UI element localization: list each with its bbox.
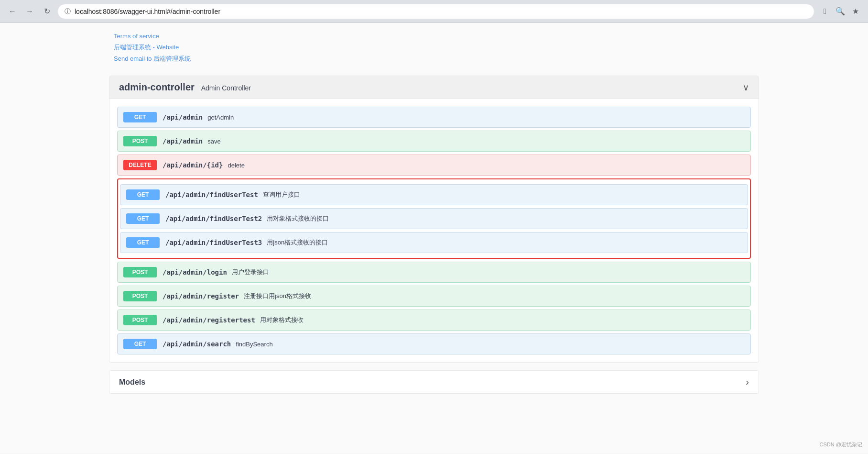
models-section: Models ›: [109, 370, 759, 394]
endpoint-path: /api/admin/findUserTest: [165, 191, 258, 199]
address-bar[interactable]: ⓘ localhost:8086/swagger-ui.html#/admin-…: [57, 4, 814, 19]
method-badge-get: GET: [123, 112, 157, 122]
endpoints-list: GET /api/admin getAdmin POST /api/admin …: [109, 99, 759, 362]
endpoint-desc: 注册接口用json格式接收: [244, 292, 311, 300]
method-badge-post: POST: [123, 267, 157, 277]
models-header[interactable]: Models ›: [109, 371, 759, 393]
controller-title-group: admin-controller Admin Controller: [119, 82, 251, 93]
endpoint-row[interactable]: GET /api/admin/findUserTest3 用json格式接收的接…: [120, 232, 748, 253]
browser-chrome: ← → ↻ ⓘ localhost:8086/swagger-ui.html#/…: [0, 0, 868, 23]
endpoint-path: /api/admin/search: [163, 340, 231, 348]
collapse-icon[interactable]: ∨: [743, 82, 749, 93]
endpoint-row[interactable]: GET /api/admin/search findBySearch: [117, 333, 751, 354]
endpoint-path: /api/admin/login: [163, 268, 227, 276]
method-badge-delete: DELETE: [123, 160, 157, 170]
endpoint-desc: save: [207, 138, 220, 145]
method-badge-get: GET: [126, 237, 160, 248]
endpoint-path: /api/admin/findUserTest3: [165, 239, 262, 246]
controller-header[interactable]: admin-controller Admin Controller ∨: [109, 76, 759, 99]
controller-section: admin-controller Admin Controller ∨ GET …: [109, 76, 759, 363]
translate-button[interactable]: : [818, 5, 832, 18]
lock-icon: ⓘ: [65, 7, 71, 16]
endpoint-desc: 用户登录接口: [232, 268, 269, 277]
endpoint-path: /api/admin/register: [163, 292, 239, 300]
endpoint-desc: 用对象格式接收的接口: [267, 214, 329, 223]
models-chevron: ›: [746, 376, 749, 388]
endpoint-row[interactable]: POST /api/admin save: [117, 131, 751, 152]
endpoint-path: /api/admin/registertest: [163, 316, 255, 324]
endpoint-path: /api/admin: [163, 137, 203, 145]
email-link[interactable]: Send email to 后端管理系统: [114, 53, 759, 64]
method-badge-post: POST: [123, 291, 157, 301]
method-badge-get: GET: [123, 339, 157, 349]
endpoint-row[interactable]: POST /api/admin/register 注册接口用json格式接收: [117, 286, 751, 307]
website-link[interactable]: 后端管理系统 - Website: [114, 42, 759, 53]
endpoint-row[interactable]: GET /api/admin getAdmin: [117, 107, 751, 128]
method-badge-get: GET: [126, 213, 160, 224]
watermark: CSDN @宏忧杂记: [820, 441, 862, 448]
models-title: Models: [119, 378, 145, 387]
browser-actions:  🔍 ★: [818, 5, 862, 18]
forward-button[interactable]: →: [23, 5, 36, 18]
back-button[interactable]: ←: [6, 5, 19, 18]
endpoint-desc: 查询用户接口: [263, 190, 300, 199]
highlight-box: GET /api/admin/findUserTest 查询用户接口 GET /…: [117, 178, 751, 259]
method-badge-get: GET: [126, 189, 160, 200]
swagger-container: Terms of service 后端管理系统 - Website Send e…: [99, 31, 769, 394]
url-text: localhost:8086/swagger-ui.html#/admin-co…: [75, 8, 807, 15]
endpoint-path: /api/admin: [163, 113, 203, 121]
endpoint-row[interactable]: POST /api/admin/login 用户登录接口: [117, 262, 751, 283]
reload-button[interactable]: ↻: [40, 5, 54, 18]
zoom-button[interactable]: 🔍: [834, 5, 847, 18]
endpoint-path: /api/admin/{id}: [163, 161, 223, 169]
endpoint-path: /api/admin/findUserTest2: [165, 215, 262, 222]
endpoint-desc: getAdmin: [207, 114, 234, 121]
page-content: Terms of service 后端管理系统 - Website Send e…: [0, 23, 868, 454]
endpoint-row[interactable]: POST /api/admin/registertest 用对象格式接收: [117, 310, 751, 331]
endpoint-row[interactable]: GET /api/admin/findUserTest 查询用户接口: [120, 184, 748, 205]
method-badge-post: POST: [123, 315, 157, 325]
highlight-wrapper: GET /api/admin/findUserTest 查询用户接口 GET /…: [117, 178, 751, 259]
endpoint-row[interactable]: DELETE /api/admin/{id} delete: [117, 155, 751, 176]
header-links: Terms of service 后端管理系统 - Website Send e…: [109, 31, 759, 64]
endpoint-row[interactable]: GET /api/admin/findUserTest2 用对象格式接收的接口: [120, 208, 748, 229]
endpoint-desc: findBySearch: [236, 341, 272, 348]
method-badge-post: POST: [123, 136, 157, 146]
endpoint-desc: 用对象格式接收: [260, 316, 304, 324]
terms-of-service-link[interactable]: Terms of service: [114, 31, 759, 42]
endpoint-desc: delete: [228, 162, 244, 169]
controller-subtitle: Admin Controller: [201, 84, 251, 92]
controller-name: admin-controller: [119, 82, 195, 92]
endpoint-desc: 用json格式接收的接口: [267, 238, 328, 247]
bookmark-button[interactable]: ★: [849, 5, 862, 18]
